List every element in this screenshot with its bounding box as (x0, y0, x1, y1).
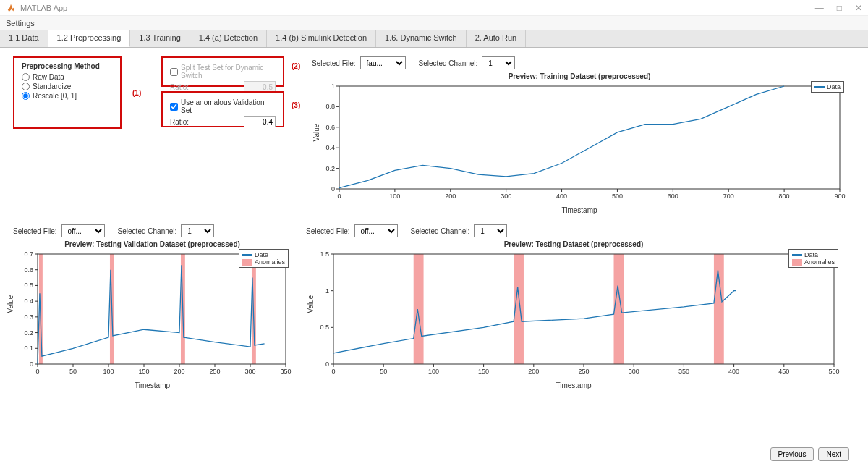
svg-text:200: 200 (445, 193, 456, 200)
menu-settings[interactable]: Settings (6, 19, 35, 28)
matlab-icon (6, 3, 16, 13)
svg-rect-73 (714, 254, 724, 364)
svg-text:500: 500 (612, 193, 623, 200)
svg-text:250: 250 (578, 368, 589, 375)
radio-raw-data[interactable]: Raw Data (22, 73, 113, 81)
val-legend: Data Anomalies (239, 249, 289, 268)
svg-text:0.4: 0.4 (24, 298, 33, 305)
close-icon[interactable]: ✕ (855, 3, 862, 13)
annotation-2: (2) (292, 62, 300, 70)
svg-text:0.2: 0.2 (326, 165, 335, 172)
svg-text:0.5: 0.5 (24, 282, 33, 289)
svg-text:100: 100 (103, 368, 114, 375)
val-file-select[interactable]: off... (61, 224, 105, 237)
svg-text:1.5: 1.5 (320, 250, 329, 258)
train-legend: Data (811, 81, 844, 93)
svg-text:50: 50 (380, 368, 387, 375)
svg-text:600: 600 (668, 193, 678, 200)
next-button[interactable]: Next (818, 447, 849, 461)
svg-text:800: 800 (779, 193, 790, 200)
menubar: Settings (0, 16, 868, 30)
annotation-3: (3) (292, 101, 300, 109)
svg-text:100: 100 (389, 193, 400, 200)
svg-rect-0 (339, 86, 840, 189)
val-file-label: Selected File: (13, 227, 57, 235)
val-xlabel: Timestamp (13, 381, 292, 389)
minimize-icon[interactable]: — (815, 3, 824, 13)
titlebar: MATLAB App — □ ✕ (0, 0, 868, 16)
tab-dynamic-switch[interactable]: 1.6. Dynamic Switch (376, 30, 467, 47)
svg-rect-74 (333, 254, 834, 364)
svg-text:300: 300 (629, 368, 639, 375)
test-file-label: Selected File: (306, 227, 350, 235)
tab-auto-run[interactable]: 2. Auto Run (467, 30, 527, 47)
tab-preprocessing[interactable]: 1.2 Preprocessing (48, 30, 131, 47)
test-chart-title: Preview: Testing Dataset (preprocessed) (306, 240, 841, 248)
svg-text:200: 200 (174, 368, 184, 375)
svg-text:1: 1 (326, 287, 329, 295)
radio-standardize[interactable]: Standardize (22, 83, 113, 90)
train-file-label: Selected File: (312, 59, 356, 67)
svg-text:300: 300 (501, 193, 511, 200)
train-channel-select[interactable]: 1 (482, 56, 515, 69)
val-ratio-label: Ratio: (170, 118, 189, 126)
svg-text:300: 300 (244, 368, 255, 375)
previous-button[interactable]: Previous (770, 447, 814, 461)
val-ratio-input[interactable] (244, 116, 276, 127)
validation-chart: Preview: Testing Validation Dataset (pre… (13, 240, 292, 392)
svg-text:0: 0 (337, 193, 341, 200)
val-chart-title: Preview: Testing Validation Dataset (pre… (13, 240, 292, 248)
svg-text:0.6: 0.6 (326, 124, 335, 131)
tab-data[interactable]: 1.1 Data (0, 30, 48, 47)
tabbar: 1.1 Data 1.2 Preprocessing 1.3 Training … (0, 30, 868, 48)
svg-text:0: 0 (331, 185, 335, 193)
split-ratio-label: Ratio: (170, 83, 189, 91)
testing-chart: Preview: Testing Dataset (preprocessed) … (306, 240, 841, 392)
svg-text:0.4: 0.4 (326, 144, 335, 151)
svg-text:150: 150 (138, 368, 149, 375)
train-xlabel: Timestamp (312, 206, 847, 214)
test-file-select[interactable]: off... (354, 224, 398, 237)
train-channel-label: Selected Channel: (419, 59, 478, 67)
svg-text:0.2: 0.2 (24, 329, 33, 337)
tab-training[interactable]: 1.3 Training (130, 30, 190, 47)
window-title: MATLAB App (20, 4, 815, 12)
svg-text:0.8: 0.8 (326, 103, 335, 110)
test-channel-label: Selected Channel: (411, 227, 470, 235)
svg-text:900: 900 (834, 193, 845, 200)
split-test-panel: Split Test Set for Dynamic Switch Ratio: (161, 56, 284, 87)
test-ylabel: Value (307, 295, 315, 313)
tab-detection-a[interactable]: 1.4 (a) Detection (190, 30, 267, 47)
radio-rescale[interactable]: Rescale [0, 1] (22, 92, 113, 100)
test-legend: Data Anomalies (788, 249, 838, 268)
svg-text:0.6: 0.6 (24, 266, 33, 274)
svg-text:400: 400 (556, 193, 567, 200)
test-channel-select[interactable]: 1 (474, 224, 507, 237)
svg-text:350: 350 (280, 368, 291, 375)
svg-text:0: 0 (35, 368, 39, 375)
maximize-icon[interactable]: □ (837, 3, 842, 13)
svg-text:0.7: 0.7 (24, 250, 33, 258)
check-use-validation[interactable]: Use anomalous Validation Set (170, 98, 276, 114)
train-file-select[interactable]: fau... (360, 56, 406, 69)
preprocess-method-panel: Preprocessing Method Raw Data Standardiz… (13, 56, 122, 129)
svg-text:700: 700 (723, 193, 734, 200)
tab-detection-b[interactable]: 1.4 (b) Simulink Detection (267, 30, 376, 47)
val-ylabel: Value (7, 295, 14, 313)
preprocess-title: Preprocessing Method (22, 62, 113, 70)
svg-text:100: 100 (428, 368, 439, 375)
svg-text:400: 400 (728, 368, 739, 375)
svg-text:350: 350 (678, 368, 689, 375)
svg-text:1: 1 (331, 83, 335, 90)
test-xlabel: Timestamp (306, 381, 841, 389)
svg-text:450: 450 (778, 368, 789, 375)
svg-rect-72 (614, 254, 624, 364)
train-ylabel: Value (312, 124, 320, 142)
val-channel-select[interactable]: 1 (181, 224, 214, 237)
svg-rect-70 (414, 254, 424, 364)
svg-text:0: 0 (326, 360, 329, 368)
svg-text:50: 50 (69, 368, 77, 375)
check-split-test[interactable]: Split Test Set for Dynamic Switch (170, 64, 276, 80)
svg-text:0.3: 0.3 (24, 313, 33, 321)
svg-text:0.5: 0.5 (320, 324, 329, 331)
